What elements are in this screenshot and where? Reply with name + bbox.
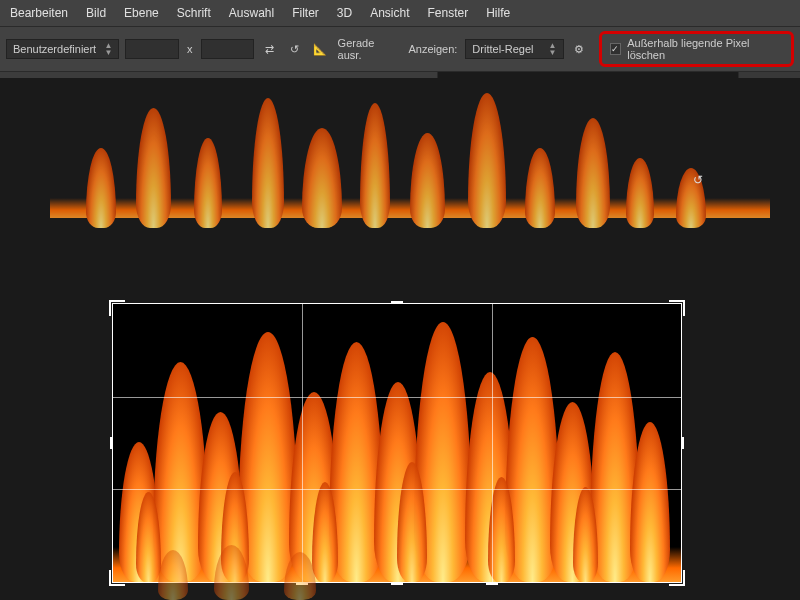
crop-preset-dropdown[interactable]: Benutzerdefiniert ▲▼ bbox=[6, 39, 119, 59]
straighten-icon[interactable]: 📐 bbox=[310, 39, 329, 59]
dimension-separator: x bbox=[185, 43, 195, 55]
delete-pixels-checkbox[interactable]: ✓ bbox=[610, 43, 622, 55]
crop-height-field[interactable] bbox=[201, 39, 255, 59]
crop-grid-line bbox=[113, 397, 681, 398]
menu-filter[interactable]: Filter bbox=[292, 6, 319, 20]
crop-width-field[interactable] bbox=[125, 39, 179, 59]
menu-bar: Bearbeiten Bild Ebene Schrift Auswahl Fi… bbox=[0, 0, 800, 26]
canvas[interactable]: ↺ bbox=[0, 78, 800, 600]
overlay-dropdown-label: Drittel-Regel bbox=[472, 43, 533, 55]
crop-handle-br[interactable] bbox=[669, 570, 685, 586]
crop-grid-line bbox=[113, 489, 681, 490]
menu-layer[interactable]: Ebene bbox=[124, 6, 159, 20]
menu-window[interactable]: Fenster bbox=[428, 6, 469, 20]
crop-handle[interactable] bbox=[486, 582, 498, 585]
background-fire bbox=[50, 78, 770, 228]
crop-handle-tl[interactable] bbox=[109, 300, 125, 316]
crop-handle-top[interactable] bbox=[391, 301, 403, 304]
delete-pixels-label: Außerhalb liegende Pixel löschen bbox=[627, 37, 783, 61]
straighten-label: Gerade ausr. bbox=[336, 37, 401, 61]
swap-dimensions-icon[interactable]: ⇄ bbox=[260, 39, 279, 59]
crop-handle-left[interactable] bbox=[110, 437, 113, 449]
options-bar: Benutzerdefiniert ▲▼ x ⇄ ↺ 📐 Gerade ausr… bbox=[0, 26, 800, 72]
menu-image[interactable]: Bild bbox=[86, 6, 106, 20]
dropdown-arrows-icon: ▲▼ bbox=[105, 42, 113, 56]
view-label: Anzeigen: bbox=[406, 43, 459, 55]
overlay-dropdown[interactable]: Drittel-Regel ▲▼ bbox=[465, 39, 563, 59]
dropdown-arrows-icon: ▲▼ bbox=[549, 42, 557, 56]
crop-preset-label: Benutzerdefiniert bbox=[13, 43, 96, 55]
background-fire-bottom bbox=[130, 540, 410, 600]
crop-handle-bl[interactable] bbox=[109, 570, 125, 586]
crop-handle-tr[interactable] bbox=[669, 300, 685, 316]
menu-3d[interactable]: 3D bbox=[337, 6, 352, 20]
crop-grid-line bbox=[492, 304, 493, 582]
menu-select[interactable]: Auswahl bbox=[229, 6, 274, 20]
reset-icon[interactable]: ↺ bbox=[285, 39, 304, 59]
check-icon: ✓ bbox=[611, 44, 619, 54]
menu-type[interactable]: Schrift bbox=[177, 6, 211, 20]
crop-handle-right[interactable] bbox=[681, 437, 684, 449]
rotate-cursor-icon: ↺ bbox=[693, 173, 703, 187]
crop-settings-icon[interactable]: ⚙ bbox=[570, 39, 589, 59]
delete-pixels-highlight: ✓ Außerhalb liegende Pixel löschen bbox=[599, 31, 794, 67]
menu-edit[interactable]: Bearbeiten bbox=[10, 6, 68, 20]
menu-view[interactable]: Ansicht bbox=[370, 6, 409, 20]
menu-help[interactable]: Hilfe bbox=[486, 6, 510, 20]
